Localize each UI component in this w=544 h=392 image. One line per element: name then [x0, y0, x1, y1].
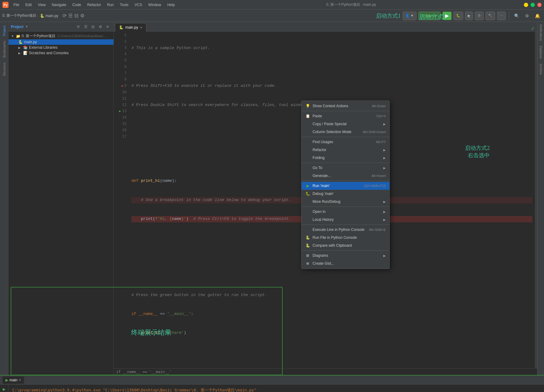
ctx-diagrams-icon: ⊞	[305, 253, 310, 258]
project-panel-dropdown[interactable]: ▼	[25, 25, 28, 28]
run-button[interactable]: ▶	[442, 12, 452, 20]
menu-code[interactable]: Code	[70, 2, 84, 8]
ctx-diagrams[interactable]: ⊞ Diagrams ▶	[302, 252, 389, 260]
menu-window[interactable]: Window	[146, 2, 164, 8]
project-hide-btn[interactable]: ✕	[104, 23, 111, 30]
context-menu: 💡 Show Context Actions Alt+Enter 📋 Paste…	[301, 101, 390, 269]
ctx-find-usages[interactable]: Find Usages Alt+F7	[302, 138, 389, 146]
ctx-debug-main[interactable]: 🐛 Debug 'main'	[302, 190, 389, 198]
ctx-arrow-4: ▶	[383, 166, 386, 170]
run-tab-close[interactable]: ✕	[19, 378, 21, 382]
tree-arrow-root: ▼	[11, 34, 15, 38]
notifications-button[interactable]: 🔔	[533, 12, 542, 20]
menu-help[interactable]: Help	[165, 2, 177, 8]
menu-bar: File Edit View Navigate Code Refactor Ru…	[11, 2, 524, 8]
ctx-run-file-python-console[interactable]: 🐍 Run File in Python Console	[302, 234, 389, 242]
ctx-compare-clipboard[interactable]: 🐍 Compare with Clipboard	[302, 242, 389, 249]
console-output: C:\programming\python3.9.4\python.exe "C…	[9, 385, 544, 392]
debug-button[interactable]: 🐛	[453, 12, 463, 20]
ctx-refactor[interactable]: Refactor ▶	[302, 146, 389, 154]
run-tab[interactable]: ▶ main ✕	[2, 376, 24, 384]
project-sync-toolbar-btn[interactable]: ⟳	[75, 23, 82, 30]
menu-view[interactable]: View	[35, 2, 48, 8]
menu-vcs[interactable]: VCS	[132, 2, 145, 8]
editor-bottom-code: if __name__ == '__main__'	[116, 370, 171, 374]
breadcrumb-project[interactable]: 0. 第一个Python项目	[2, 13, 36, 18]
project-gear-btn[interactable]: ⚙	[97, 23, 104, 30]
ln-15: 15	[114, 121, 127, 127]
ln-8: 8	[114, 77, 127, 83]
ctx-arrow-8: ▶	[383, 254, 386, 257]
console-run-btn[interactable]: ▶	[1, 386, 8, 392]
project-panel-title: Project	[11, 25, 23, 29]
profile-run-button[interactable]: ⏱	[475, 12, 484, 20]
tab-close-icon[interactable]: ✕	[140, 26, 142, 29]
menu-run[interactable]: Run	[105, 2, 116, 8]
ln-3: 3	[114, 45, 127, 51]
ln-7: 7	[114, 70, 127, 77]
close-button[interactable]: ✕	[537, 3, 542, 7]
ctx-goto[interactable]: Go To ▶	[302, 164, 389, 172]
menu-tools[interactable]: Tools	[117, 2, 131, 8]
breakpoint-icon[interactable]: ●	[120, 84, 123, 89]
console-command-line: C:\programming\python3.9.4\python.exe "C…	[12, 387, 540, 392]
ctx-exec-python-console[interactable]: Execute Line in Python Console Alt+Shift…	[302, 226, 389, 234]
tree-item-mainpy[interactable]: 🐍 main.py	[9, 39, 113, 45]
bookmarks-tab[interactable]: Bookmarks	[2, 38, 7, 60]
ctx-create-gist[interactable]: ⊕ Create Gist...	[302, 260, 389, 267]
run-config-dropdown[interactable]: ● main ▼	[418, 12, 441, 20]
tree-item-external-libs[interactable]: ▶ 📚 External Libraries	[9, 45, 113, 50]
menu-refactor[interactable]: Refactor	[85, 2, 103, 8]
ctx-history-icon	[305, 217, 310, 222]
ctx-open-in[interactable]: Open In ▶	[302, 208, 389, 216]
left-sidebar: Project Bookmarks Structure	[0, 22, 9, 375]
tree-item-root[interactable]: ▼ 📁 0. 第一个Python项目 C:\Users\13600\Deskto…	[9, 33, 113, 39]
search-everywhere-button[interactable]: 🔍	[512, 12, 521, 20]
project-list-toolbar-btn[interactable]: ☰	[82, 23, 89, 30]
project-sync-icon[interactable]: ⟳	[63, 13, 66, 19]
tree-item-scratches[interactable]: ▶ 📝 Scratches and Consoles	[9, 50, 113, 56]
ctx-arrow-5: ▶	[383, 200, 386, 203]
run-tab-icon: ▶	[5, 378, 8, 382]
ctx-run-main[interactable]: ▶ Run 'main' Ctrl+Shift+F10	[302, 182, 389, 190]
ln-16: 16	[114, 127, 127, 134]
project-collapse-toolbar-btn[interactable]: ⊟	[90, 23, 96, 30]
ctx-paste[interactable]: 📋 Paste Ctrl+V	[302, 112, 389, 120]
ctx-more-run-debug[interactable]: More Run/Debug ▶	[302, 198, 389, 206]
ctx-generate[interactable]: Generate... Alt+Insert	[302, 172, 389, 180]
profile-button[interactable]: 👤 ▼	[403, 12, 417, 20]
menu-navigate[interactable]: Navigate	[49, 2, 69, 8]
project-settings-icon[interactable]: ⚙	[80, 13, 84, 19]
sciview-tab[interactable]: SciView	[539, 61, 543, 77]
project-tab[interactable]: Project	[2, 23, 7, 38]
code-line-2	[131, 64, 532, 70]
ctx-copy-paste-special[interactable]: Copy / Paste Special ▶	[302, 120, 389, 128]
structure-tab[interactable]: Structure	[2, 60, 7, 79]
library-icon: 📚	[23, 45, 28, 50]
project-list-icon[interactable]: ☰	[68, 13, 73, 19]
maximize-button[interactable]: □	[531, 3, 535, 7]
project-collapse-icon[interactable]: ⊟	[74, 13, 78, 19]
notifications-tab[interactable]: Notifications	[539, 22, 543, 43]
coverage-button[interactable]: ▶̲	[465, 12, 473, 20]
more-run-button[interactable]: ⋯	[497, 12, 506, 20]
build-button[interactable]: 🔨	[485, 12, 495, 20]
breadcrumb-file: 🐍 main.py	[40, 14, 58, 18]
ctx-local-history[interactable]: Local History ▶	[302, 216, 389, 224]
ctx-column-selection[interactable]: Column Selection Mode Alt+Shift+Insert	[302, 128, 389, 136]
ln-2: 2	[114, 39, 127, 45]
code-line-14: # Press the green button in the gutter t…	[131, 292, 532, 298]
ctx-show-context-actions[interactable]: 💡 Show Context Actions Alt+Enter	[302, 102, 389, 110]
ctx-col-icon	[305, 129, 310, 134]
project-panel-header: Project ▼ ⟳ ☰ ⊟ ⚙ ✕	[9, 22, 113, 32]
editor-scrollbar[interactable]	[535, 32, 537, 368]
menu-edit[interactable]: Edit	[23, 2, 34, 8]
ctx-folding[interactable]: Folding ▶	[302, 154, 389, 162]
editor-tab-mainpy[interactable]: 🐍 main.py ✕	[115, 23, 146, 32]
editor-check-icon: ✓	[531, 26, 535, 31]
minimize-button[interactable]: ─	[524, 3, 528, 7]
settings-button[interactable]: ⚙	[523, 12, 531, 20]
database-tab[interactable]: Database	[539, 43, 543, 61]
run-gutter-icon[interactable]: ▶	[117, 109, 121, 114]
menu-file[interactable]: File	[11, 2, 22, 8]
